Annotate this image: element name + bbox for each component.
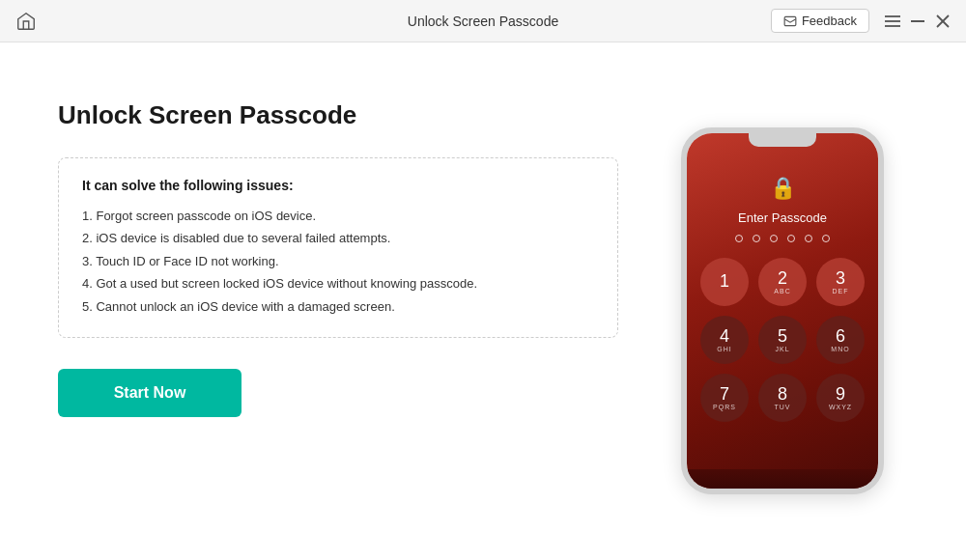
num-btn-5[interactable]: 5 JKL (758, 316, 807, 364)
num-btn-1[interactable]: 1 (700, 258, 749, 306)
num-btn-4[interactable]: 4 GHI (700, 316, 749, 364)
main-content: Unlock Screen Passcode It can solve the … (0, 42, 966, 560)
phone-screen: 🔒 Enter Passcode 1 (687, 133, 878, 489)
hamburger-button[interactable] (885, 14, 900, 29)
issues-title: It can solve the following issues: (82, 178, 594, 193)
titlebar-left (15, 11, 37, 32)
feedback-button[interactable]: Feedback (771, 9, 869, 33)
right-panel: 🔒 Enter Passcode 1 (657, 100, 908, 521)
passcode-dot (753, 235, 760, 242)
left-panel: Unlock Screen Passcode It can solve the … (58, 100, 657, 521)
window-controls (885, 14, 951, 29)
num-btn-2[interactable]: 2 ABC (758, 258, 807, 306)
passcode-dot (805, 235, 812, 242)
numpad: 1 2 ABC 3 DEF 4 GHI (687, 258, 878, 422)
enter-passcode-text: Enter Passcode (738, 210, 827, 225)
svg-rect-0 (784, 16, 796, 25)
list-item: 2. iOS device is disabled due to several… (82, 227, 594, 249)
passcode-dot (735, 235, 743, 242)
app-title: Unlock Screen Passcode (408, 14, 558, 29)
num-btn-7[interactable]: 7 PQRS (700, 374, 749, 422)
lock-icon: 🔒 (770, 176, 796, 201)
num-btn-6[interactable]: 6 MNO (816, 316, 865, 364)
feedback-icon (783, 14, 797, 28)
passcode-dots (735, 235, 830, 242)
phone-notch (749, 133, 816, 147)
titlebar: Unlock Screen Passcode Feedback (0, 0, 966, 42)
issues-list: 1. Forgot screen passcode on iOS device.… (82, 205, 594, 318)
passcode-dot (787, 235, 795, 242)
num-btn-9[interactable]: 9 WXYZ (816, 374, 865, 422)
start-now-button[interactable]: Start Now (58, 369, 242, 417)
issues-box: It can solve the following issues: 1. Fo… (58, 157, 618, 338)
list-item: 1. Forgot screen passcode on iOS device. (82, 205, 594, 227)
list-item: 5. Cannot unlock an iOS device with a da… (82, 295, 594, 318)
phone-bottom-bar (687, 469, 878, 489)
svg-rect-4 (911, 20, 924, 22)
list-item: 4. Got a used but screen locked iOS devi… (82, 272, 594, 294)
titlebar-right: Feedback (771, 9, 951, 33)
feedback-label: Feedback (802, 14, 857, 28)
page-title: Unlock Screen Passcode (58, 100, 618, 130)
list-item: 3. Touch ID or Face ID not working. (82, 250, 594, 272)
close-button[interactable] (935, 14, 951, 29)
passcode-dot (770, 235, 778, 242)
minimize-button[interactable] (910, 14, 925, 29)
num-btn-3[interactable]: 3 DEF (816, 258, 865, 306)
passcode-dot (822, 235, 830, 242)
home-icon[interactable] (15, 11, 37, 32)
num-btn-8[interactable]: 8 TUV (758, 374, 807, 422)
phone-mockup: 🔒 Enter Passcode 1 (681, 127, 884, 494)
